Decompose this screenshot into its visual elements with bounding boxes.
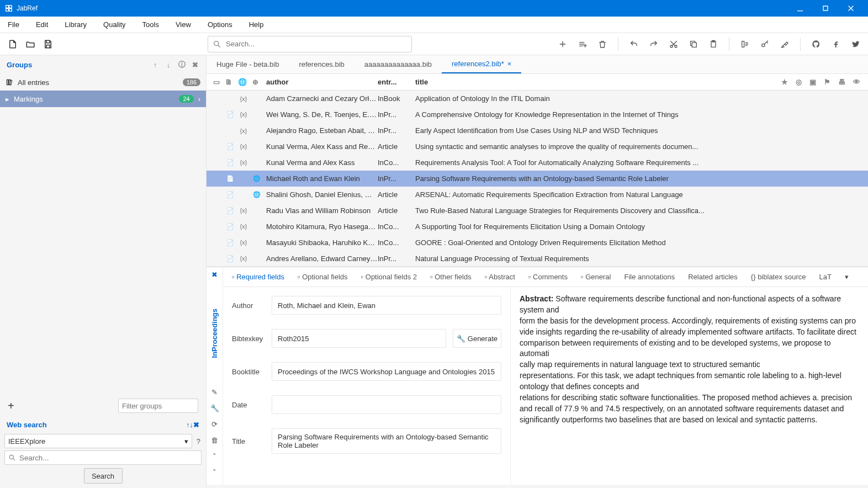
close-tab-icon[interactable]: × (507, 60, 512, 68)
table-row[interactable]: 📄{x} Wei Wang, S. De, R. Toenjes, E. Ree… (207, 107, 868, 123)
help-icon[interactable]: ? (197, 437, 200, 445)
menu-quality[interactable]: Quality (103, 20, 125, 29)
info-icon[interactable]: ⓘ (177, 60, 186, 69)
search-input[interactable] (226, 40, 407, 48)
col-rank-icon[interactable]: ★ (781, 78, 788, 86)
window-close-button[interactable] (838, 0, 864, 17)
editor-tab[interactable]: ▫ General (581, 273, 611, 281)
menu-file[interactable]: File (8, 20, 19, 29)
table-row[interactable]: {x} Adam Czarnecki and Cezary Orłowski I… (207, 91, 868, 107)
refresh-icon[interactable]: ⟳ (211, 420, 218, 428)
table-row[interactable]: 📄{x} Kunal Verma, Alex Kass and Reymo...… (207, 139, 868, 155)
date-field[interactable] (272, 395, 501, 414)
author-field[interactable]: Roth, Michael and Klein, Ewan (272, 296, 501, 315)
table-row[interactable]: 📄{x} Andres Arellano, Edward Carney an..… (207, 251, 868, 267)
menu-edit[interactable]: Edit (36, 20, 48, 29)
facebook-icon[interactable] (832, 40, 840, 49)
editor-tab[interactable]: Related articles (688, 273, 738, 281)
add-group-button[interactable]: + (8, 400, 14, 412)
col-author[interactable]: author (262, 78, 378, 86)
col-web-icon[interactable]: 🌐 (238, 78, 247, 86)
websearch-button[interactable]: Search (84, 468, 123, 484)
group-markings[interactable]: ▸ Markings 24 › (0, 91, 206, 107)
menu-tools[interactable]: Tools (142, 20, 159, 29)
expand-icon[interactable]: ▸ (6, 95, 9, 103)
prev-entry-icon[interactable]: ˄ (213, 452, 216, 460)
bibtexkey-field[interactable]: Roth2015 (272, 329, 446, 348)
open-library-icon[interactable] (25, 39, 35, 49)
menu-help[interactable]: Help (249, 20, 264, 29)
table-row[interactable]: 📄🌐 Michael Roth and Ewan Klein InPr... P… (207, 171, 868, 187)
editor-tab[interactable]: LaT (819, 273, 832, 281)
table-row[interactable]: 📄{x} Motohiro Kitamura, Ryo Hasegawa,...… (207, 219, 868, 235)
editor-tab[interactable]: ▫ Abstract (485, 273, 515, 281)
delete-entry-icon[interactable]: 🗑 (211, 436, 218, 444)
collapse-down-icon[interactable]: ↓ (164, 60, 173, 69)
ws-close-icon[interactable]: ✖ (193, 421, 199, 429)
close-panel-icon[interactable]: ✖ (190, 60, 199, 69)
editor-close-icon[interactable]: ✖ (211, 270, 218, 279)
cut-icon[interactable] (669, 40, 678, 49)
col-file-icon[interactable]: 🗎 (225, 78, 232, 86)
library-tab[interactable]: references.bib (289, 55, 354, 73)
collapse-up-icon[interactable]: ↑ (151, 60, 160, 69)
menu-options[interactable]: Options (208, 20, 232, 29)
col-url-icon[interactable]: ⊕ (252, 78, 258, 86)
undo-icon[interactable] (629, 40, 638, 49)
table-row[interactable]: {x} Alejandro Rago, Esteban Abait, Cla..… (207, 123, 868, 139)
save-icon[interactable] (43, 39, 53, 49)
editor-tab[interactable]: ▫ Comments (528, 273, 568, 281)
col-readstatus-icon[interactable]: ▭ (213, 78, 220, 86)
editor-tab[interactable]: File annotations (624, 273, 675, 281)
global-search[interactable] (208, 36, 412, 52)
edit-icon[interactable]: ✎ (211, 388, 218, 396)
editor-tab[interactable]: ▫ Required fields (232, 273, 284, 281)
editor-tab[interactable]: ▫ Other fields (430, 273, 472, 281)
table-row[interactable]: 📄{x} Kunal Verma and Alex Kass InCo... R… (207, 155, 868, 171)
menu-view[interactable]: View (176, 20, 191, 29)
github-icon[interactable] (812, 40, 821, 49)
websearch-input[interactable] (19, 454, 198, 462)
col-print-icon[interactable]: 🖶 (838, 78, 845, 86)
redo-icon[interactable] (649, 40, 658, 49)
booktitle-field[interactable]: Proceedings of the IWCS Workshop Languag… (272, 362, 501, 381)
title-field[interactable]: Parsing Software Requirements with an On… (272, 428, 501, 454)
websearch-engine-select[interactable]: IEEEXplore ▾ (4, 434, 192, 448)
col-flag-icon[interactable]: ⚑ (824, 78, 830, 86)
col-special2-icon[interactable]: ▣ (809, 78, 816, 86)
push-external-icon[interactable] (740, 40, 749, 49)
expand-sub-icon[interactable]: › (198, 95, 200, 103)
table-row[interactable]: 📄🌐 Shalini Ghosh, Daniel Elenius, Wenc..… (207, 187, 868, 203)
add-entry-type-icon[interactable] (578, 40, 587, 49)
col-visible-icon[interactable]: 👁 (853, 78, 860, 86)
generate-key-icon[interactable] (760, 40, 769, 49)
window-maximize-button[interactable] (813, 0, 838, 17)
menu-library[interactable]: Library (65, 20, 87, 29)
col-title[interactable]: title (411, 78, 777, 86)
library-tab[interactable]: references2.bib* × (442, 55, 521, 73)
add-entry-icon[interactable] (558, 40, 567, 49)
copy-icon[interactable] (689, 40, 698, 49)
group-all-entries[interactable]: All entries 186 (0, 74, 206, 91)
col-entrytype[interactable]: entr... (378, 78, 411, 86)
editor-tab[interactable]: {} biblatex source (751, 273, 806, 281)
next-entry-icon[interactable]: ˅ (213, 468, 216, 476)
generate-key-button[interactable]: 🔧 Generate (453, 329, 501, 348)
editor-tab[interactable]: ▫ Optional fields (298, 273, 348, 281)
paste-icon[interactable] (709, 40, 718, 49)
cleanup-icon[interactable] (780, 40, 789, 49)
col-special1-icon[interactable]: ◎ (796, 78, 802, 86)
filter-groups-input[interactable] (118, 399, 198, 413)
library-tab[interactable]: Huge File - beta.bib (207, 55, 289, 73)
delete-icon[interactable] (598, 40, 607, 49)
window-minimize-button[interactable] (787, 0, 813, 17)
editor-tab[interactable]: ▫ Optional fields 2 (361, 273, 417, 281)
library-tab[interactable]: aaaaaaaaaaaaaa.bib (354, 55, 442, 73)
more-tabs-icon[interactable]: ▾ (845, 273, 849, 281)
key-icon[interactable]: 🔧 (210, 404, 219, 412)
table-row[interactable]: 📄{x} Radu Vlas and William Robinson Arti… (207, 203, 868, 219)
websearch-input-wrapper[interactable] (4, 450, 202, 465)
new-library-icon[interactable] (8, 39, 18, 49)
table-row[interactable]: 📄{x} Masayuki Shibaoka, Haruhiko Kaiya..… (207, 235, 868, 251)
twitter-icon[interactable] (851, 40, 860, 49)
